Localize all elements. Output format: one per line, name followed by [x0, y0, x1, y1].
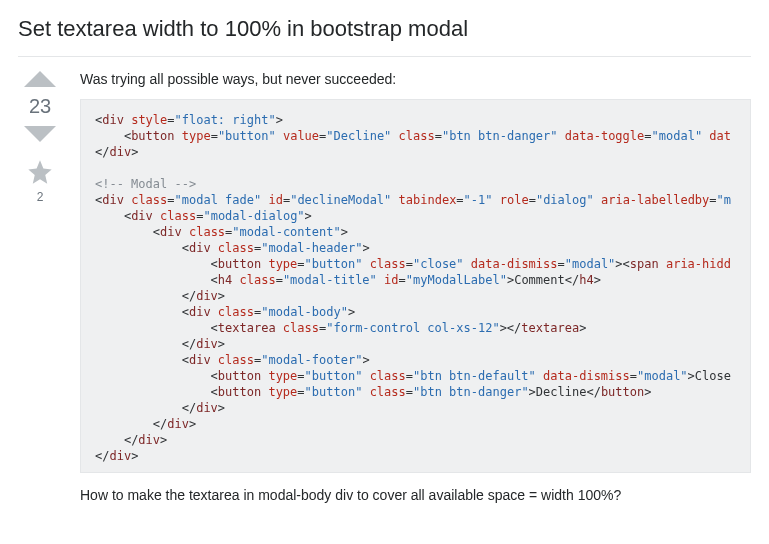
- question-body: 23 2 Was trying all possible ways, but n…: [18, 71, 751, 503]
- intro-text: Was trying all possible ways, but never …: [80, 71, 751, 87]
- favorite-button[interactable]: [24, 156, 56, 188]
- upvote-button[interactable]: [24, 71, 56, 87]
- favorite-count: 2: [37, 190, 44, 204]
- code-content: <div style="float: right"> <button type=…: [95, 112, 736, 464]
- vote-column: 23 2: [18, 71, 62, 204]
- code-block[interactable]: <div style="float: right"> <button type=…: [80, 99, 751, 473]
- question-title: Set textarea width to 100% in bootstrap …: [18, 16, 751, 42]
- outro-text: How to make the textarea in modal-body d…: [80, 487, 751, 503]
- downvote-button[interactable]: [24, 126, 56, 142]
- content-column: Was trying all possible ways, but never …: [62, 71, 751, 503]
- divider: [18, 56, 751, 57]
- star-icon: [26, 158, 54, 186]
- vote-count: 23: [29, 95, 51, 118]
